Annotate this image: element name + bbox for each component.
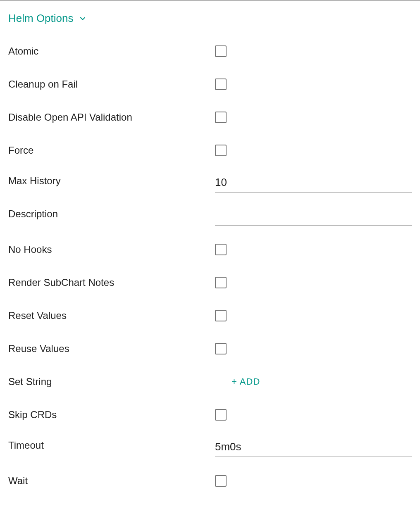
plus-icon: + bbox=[231, 376, 237, 387]
atomic-label: Atomic bbox=[8, 45, 215, 57]
force-label: Force bbox=[8, 145, 215, 156]
skip-crds-checkbox[interactable] bbox=[215, 409, 227, 421]
reset-values-label: Reset Values bbox=[8, 310, 215, 321]
helm-options-header[interactable]: Helm Options bbox=[8, 9, 412, 25]
atomic-checkbox[interactable] bbox=[215, 45, 227, 57]
wait-checkbox[interactable] bbox=[215, 475, 227, 487]
force-checkbox[interactable] bbox=[215, 145, 227, 156]
set-string-label: Set String bbox=[8, 376, 215, 388]
cleanup-on-fail-label: Cleanup on Fail bbox=[8, 78, 215, 90]
timeout-input[interactable] bbox=[215, 439, 412, 457]
reset-values-checkbox[interactable] bbox=[215, 310, 227, 321]
no-hooks-checkbox[interactable] bbox=[215, 244, 227, 255]
max-history-label: Max History bbox=[8, 174, 215, 187]
set-string-add-button[interactable]: + ADD bbox=[231, 376, 260, 387]
reuse-values-label: Reuse Values bbox=[8, 343, 215, 354]
add-button-label: ADD bbox=[240, 376, 260, 387]
cleanup-on-fail-checkbox[interactable] bbox=[215, 78, 227, 90]
disable-open-api-validation-checkbox[interactable] bbox=[215, 112, 227, 123]
skip-crds-label: Skip CRDs bbox=[8, 409, 215, 421]
disable-open-api-validation-label: Disable Open API Validation bbox=[8, 112, 215, 123]
section-title: Helm Options bbox=[8, 12, 74, 25]
render-subchart-notes-label: Render SubChart Notes bbox=[8, 277, 215, 288]
reuse-values-checkbox[interactable] bbox=[215, 343, 227, 354]
chevron-down-icon bbox=[79, 14, 87, 23]
description-input[interactable] bbox=[215, 207, 412, 226]
wait-label: Wait bbox=[8, 475, 215, 487]
max-history-input[interactable] bbox=[215, 174, 412, 193]
no-hooks-label: No Hooks bbox=[8, 244, 215, 255]
render-subchart-notes-checkbox[interactable] bbox=[215, 277, 227, 288]
timeout-label: Timeout bbox=[8, 438, 215, 451]
description-label: Description bbox=[8, 207, 215, 220]
